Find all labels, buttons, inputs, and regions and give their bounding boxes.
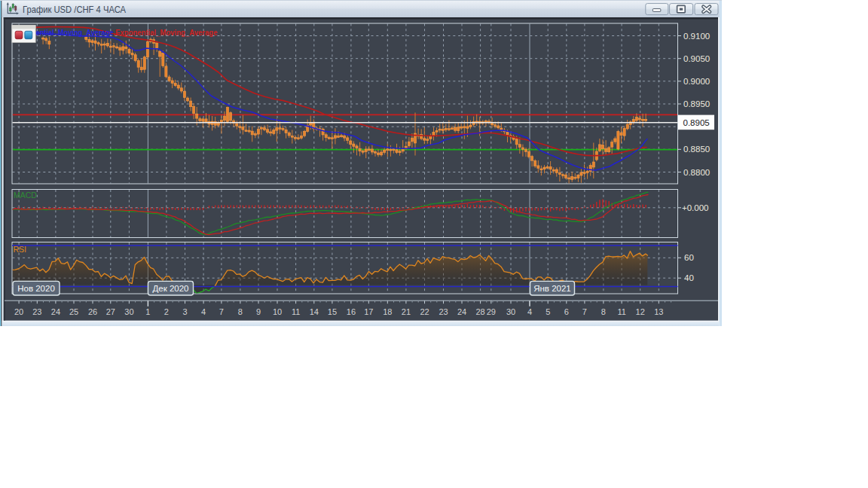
svg-text:11: 11 [292, 307, 300, 316]
svg-text:27: 27 [106, 307, 115, 316]
svg-text:4: 4 [201, 307, 206, 316]
svg-text:+0.000: +0.000 [682, 203, 709, 212]
svg-text:24: 24 [51, 307, 60, 316]
svg-text:0.9050: 0.9050 [683, 54, 710, 63]
svg-text:60: 60 [684, 253, 694, 262]
svg-text:11: 11 [617, 307, 625, 316]
svg-text:16: 16 [347, 307, 356, 316]
svg-text:17: 17 [364, 307, 373, 316]
svg-text:23: 23 [32, 307, 41, 316]
svg-text:13: 13 [654, 307, 663, 316]
svg-text:0.8950: 0.8950 [683, 99, 710, 108]
svg-text:21: 21 [402, 307, 411, 316]
svg-text:Янв 2021: Янв 2021 [533, 284, 571, 293]
svg-text:9: 9 [256, 307, 261, 316]
svg-text:30: 30 [506, 307, 515, 316]
svg-text:5: 5 [546, 307, 550, 316]
svg-text:26: 26 [88, 307, 97, 316]
svg-text:0.9000: 0.9000 [683, 77, 710, 86]
svg-text:40: 40 [684, 273, 694, 282]
svg-text:22: 22 [420, 307, 429, 316]
svg-text:RSI: RSI [14, 245, 27, 254]
svg-text:6: 6 [564, 307, 569, 316]
svg-text:25: 25 [69, 307, 78, 316]
svg-text:8: 8 [238, 307, 243, 316]
svg-text:30: 30 [124, 307, 133, 316]
svg-text:10: 10 [273, 307, 282, 316]
svg-text:8: 8 [601, 307, 606, 316]
svg-text:28: 28 [475, 307, 484, 316]
svg-text:14: 14 [310, 307, 319, 316]
svg-text:1: 1 [145, 307, 150, 316]
svg-text:Нов 2020: Нов 2020 [17, 284, 55, 293]
svg-text:0.8800: 0.8800 [683, 168, 710, 177]
svg-text:23: 23 [439, 307, 448, 316]
svg-text:12: 12 [636, 307, 645, 316]
svg-text:0.8905: 0.8905 [683, 118, 710, 127]
svg-text:4: 4 [527, 307, 532, 316]
svg-text:24: 24 [457, 307, 466, 316]
svg-text:3: 3 [182, 307, 187, 316]
svg-text:0.8850: 0.8850 [683, 145, 710, 154]
svg-text:Дек 2020: Дек 2020 [153, 284, 189, 293]
svg-text:MACD: MACD [14, 191, 37, 200]
svg-text:20: 20 [14, 307, 23, 316]
svg-text:7: 7 [582, 307, 587, 316]
svg-text:15: 15 [328, 307, 337, 316]
svg-text:7: 7 [219, 307, 224, 316]
svg-text:ential_Moving_Average.Exponent: ential_Moving_Average.Exponential_Moving… [36, 28, 218, 37]
svg-text:2: 2 [164, 307, 169, 316]
svg-text:0.9100: 0.9100 [683, 32, 710, 41]
svg-text:График USD /CHF 4 ЧАСА: График USD /CHF 4 ЧАСА [23, 4, 126, 15]
svg-text:29: 29 [487, 307, 496, 316]
svg-text:18: 18 [383, 307, 392, 316]
